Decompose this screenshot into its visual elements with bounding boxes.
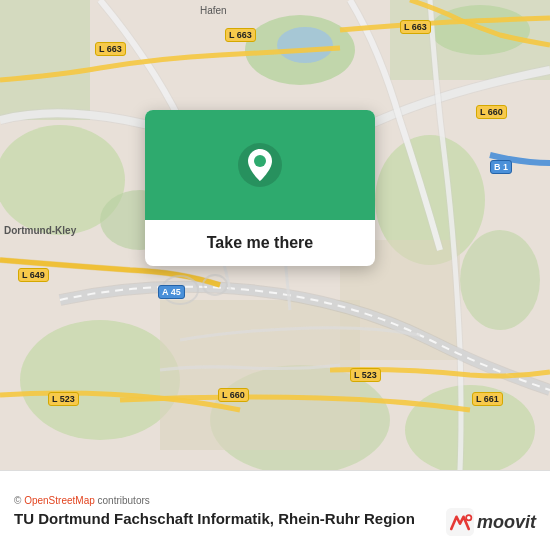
svg-rect-12 xyxy=(160,300,360,450)
svg-point-14 xyxy=(277,27,333,63)
moovit-logo: moovit xyxy=(446,508,536,536)
svg-point-21 xyxy=(467,516,471,520)
road-label-l660-bottom: L 660 xyxy=(218,388,249,402)
road-label-b1: B 1 xyxy=(490,160,512,174)
moovit-text: moovit xyxy=(477,512,536,533)
road-label-l649: L 649 xyxy=(18,268,49,282)
map-container: L 663 L 663 L 663 L 660 B 1 L 649 A 45 L… xyxy=(0,0,550,470)
take-me-there-button[interactable]: Take me there xyxy=(165,234,355,252)
card-button-section[interactable]: Take me there xyxy=(145,220,375,266)
road-label-l660-right: L 660 xyxy=(476,105,507,119)
place-label-hafen: Hafen xyxy=(200,5,227,16)
svg-rect-2 xyxy=(0,0,90,120)
road-label-l663-right: L 663 xyxy=(400,20,431,34)
place-label-dortmund-kley: Dortmund-Kley xyxy=(4,225,76,236)
road-label-a45: A 45 xyxy=(158,285,185,299)
attribution: © OpenStreetMap contributors xyxy=(14,495,536,506)
location-pin-icon xyxy=(236,141,284,189)
svg-point-9 xyxy=(20,320,180,440)
road-label-l661: L 661 xyxy=(472,392,503,406)
bottom-bar: © OpenStreetMap contributors TU Dortmund… xyxy=(0,470,550,550)
location-card: Take me there xyxy=(145,110,375,266)
road-label-l663-left: L 663 xyxy=(95,42,126,56)
card-header xyxy=(145,110,375,220)
road-label-l523-right: L 523 xyxy=(350,368,381,382)
svg-point-18 xyxy=(254,155,266,167)
road-label-l663-center: L 663 xyxy=(225,28,256,42)
road-label-l523-left: L 523 xyxy=(48,392,79,406)
moovit-logo-icon xyxy=(446,508,474,536)
attribution-link[interactable]: OpenStreetMap xyxy=(24,495,95,506)
svg-point-8 xyxy=(460,230,540,330)
